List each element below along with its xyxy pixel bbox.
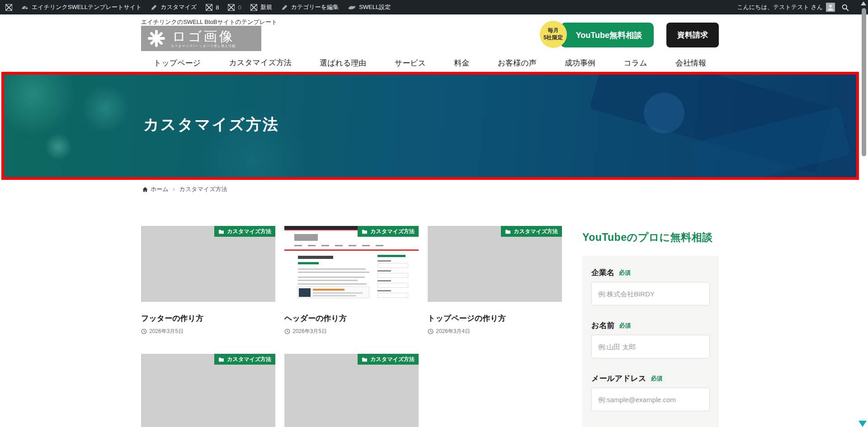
clock-icon <box>284 328 290 334</box>
bokeh-decoration <box>81 84 131 133</box>
banner-image: カスタマイズ方法 <box>4 75 856 177</box>
my-account-menu[interactable]: こんにちは、テストテスト さん <box>737 3 835 12</box>
breadcrumb-separator: › <box>173 186 175 192</box>
dashboard-gauge-icon <box>21 4 28 11</box>
plus-icon <box>250 4 257 11</box>
scrollbar-up-arrow[interactable] <box>861 1 866 5</box>
sidebar-form-heading: YouTubeのプロに無料相談 <box>582 230 719 244</box>
logo-note: カスタマイズ>ヘッダーで差し替え可能 <box>171 44 236 48</box>
required-badge: 必須 <box>619 269 631 277</box>
logo-asterisk-icon <box>147 29 165 47</box>
post-title: トップページの作り方 <box>428 313 562 324</box>
greeting-text: こんにちは、テストテスト さん <box>737 3 823 11</box>
machinery-decoration <box>644 93 684 133</box>
updates-menu[interactable]: 8 <box>206 4 219 11</box>
bokeh-decoration <box>45 133 72 160</box>
scroll-corner-arrow[interactable] <box>859 421 867 427</box>
nav-item-reasons[interactable]: 選ばれる理由 <box>318 54 368 72</box>
folder-icon <box>218 357 224 362</box>
edit-pencil-icon <box>281 4 288 11</box>
name-label: お名前 <box>591 320 614 331</box>
search-icon <box>841 4 849 11</box>
sidebar: YouTubeのプロに無料相談 企業名 必須 お名前 必須 メールアドレス <box>582 230 719 427</box>
category-badge[interactable]: カスタマイズ方法 <box>358 354 419 365</box>
post-date-text: 2026年3月5日 <box>292 328 327 335</box>
category-badge[interactable]: カスタマイズ方法 <box>214 226 275 237</box>
page-title: カスタマイズ方法 <box>143 114 279 135</box>
field-email: メールアドレス 必須 <box>591 373 710 411</box>
field-company: 企業名 必須 <box>591 267 710 305</box>
nav-item-customize[interactable]: カスタマイズ方法 <box>227 53 293 73</box>
page-title-banner[interactable]: カスタマイズ方法 <box>1 72 859 180</box>
post-card-row2-1[interactable]: カスタマイズ方法 <box>141 354 275 427</box>
breadcrumb: ホーム › カスタマイズ方法 <box>142 185 227 193</box>
wp-logo-menu[interactable] <box>5 4 12 11</box>
clock-icon <box>428 328 434 334</box>
bokeh-decoration <box>4 75 76 138</box>
post-card-row2-2[interactable]: カスタマイズ方法 <box>284 354 419 427</box>
scrollbar-thumb[interactable] <box>862 8 866 156</box>
required-badge: 必須 <box>651 375 662 383</box>
email-input[interactable] <box>591 388 710 411</box>
folder-icon <box>362 357 368 362</box>
badge-line1: 毎月 <box>548 27 559 34</box>
category-badge[interactable]: カスタマイズ方法 <box>214 354 275 365</box>
swell-settings-label: SWELL設定 <box>359 3 391 11</box>
post-thumbnail-placeholder: カスタマイズ方法 <box>141 354 275 427</box>
post-card-toppage-howto[interactable]: カスタマイズ方法 トップページの作り方 2026年3月4日 <box>428 226 562 335</box>
breadcrumb-current: カスタマイズ方法 <box>179 185 227 193</box>
field-name: お名前 必須 <box>591 320 710 358</box>
site-tagline: エイチリンクのSWELL BtoBサイトのテンプレート <box>141 18 277 26</box>
company-input[interactable] <box>591 282 710 305</box>
post-card-footer-howto[interactable]: カスタマイズ方法 フッターの作り方 2026年3月5日 <box>141 226 275 335</box>
folder-icon <box>505 229 511 234</box>
swell-settings-menu[interactable]: SWELL設定 <box>348 3 391 11</box>
post-list: カスタマイズ方法 フッターの作り方 2026年3月5日 <box>141 226 562 427</box>
new-content-menu[interactable]: 新規 <box>250 3 272 11</box>
document-request-button[interactable]: 資料請求 <box>666 23 719 47</box>
site-logo[interactable]: ロゴ画像 カスタマイズ>ヘッダーで差し替え可能 <box>141 26 261 51</box>
comments-count: 0 <box>238 4 241 11</box>
admin-search-button[interactable] <box>841 4 849 11</box>
category-badge[interactable]: カスタマイズ方法 <box>358 226 419 237</box>
monthly-limit-badge: 毎月 5社限定 <box>540 21 567 48</box>
youtube-consult-button[interactable]: YouTube無料相談 <box>561 23 654 47</box>
nav-item-pricing[interactable]: 料金 <box>452 54 471 72</box>
logo-text: ロゴ画像 <box>172 29 234 44</box>
consult-cta: 毎月 5社限定 YouTube無料相談 <box>561 23 654 47</box>
post-title: ヘッダーの作り方 <box>284 313 419 324</box>
category-label: カスタマイズ方法 <box>227 228 271 235</box>
breadcrumb-home-link[interactable]: ホーム <box>142 185 169 193</box>
updates-icon <box>206 4 212 11</box>
nav-item-voices[interactable]: お客様の声 <box>496 54 538 72</box>
comments-icon <box>228 4 235 11</box>
nav-item-cases[interactable]: 成功事例 <box>563 54 597 72</box>
comments-menu[interactable]: 0 <box>228 4 241 11</box>
category-label: カスタマイズ方法 <box>227 356 271 363</box>
post-card-header-howto[interactable]: カスタマイズ方法 ヘッダーの作り方 2026年3月5日 <box>284 226 419 335</box>
thumbnail-mini-site <box>284 226 419 302</box>
post-thumbnail-screenshot: カスタマイズ方法 <box>284 226 419 302</box>
nav-item-service[interactable]: サービス <box>393 54 428 72</box>
nav-item-column[interactable]: コラム <box>622 54 649 72</box>
category-label: カスタマイズ方法 <box>370 228 415 235</box>
breadcrumb-home-label: ホーム <box>151 185 169 193</box>
swell-whale-icon <box>348 5 356 10</box>
edit-category-menu[interactable]: カテゴリーを編集 <box>281 3 339 11</box>
site-name-label: エイチリンクSWELLテンプレートサイト <box>32 3 142 11</box>
nav-item-company[interactable]: 会社情報 <box>674 54 708 72</box>
folder-icon <box>218 229 224 234</box>
post-thumbnail-placeholder: カスタマイズ方法 <box>141 226 275 302</box>
global-nav: トップページ カスタマイズ方法 選ばれる理由 サービス 料金 お客様の声 成功事… <box>141 54 719 72</box>
wp-admin-bar: エイチリンクSWELLテンプレートサイト カスタマイズ 8 0 新規 <box>0 0 868 14</box>
name-input[interactable] <box>591 335 710 358</box>
post-thumbnail-placeholder: カスタマイズ方法 <box>284 354 419 427</box>
category-badge[interactable]: カスタマイズ方法 <box>501 226 562 237</box>
edit-category-label: カテゴリーを編集 <box>291 3 339 11</box>
customize-menu[interactable]: カスタマイズ <box>151 3 197 11</box>
category-label: カスタマイズ方法 <box>514 228 558 235</box>
updates-count: 8 <box>216 4 219 11</box>
post-date: 2026年3月5日 <box>141 328 275 335</box>
site-name-menu[interactable]: エイチリンクSWELLテンプレートサイト <box>21 3 142 11</box>
nav-item-top[interactable]: トップページ <box>152 54 203 72</box>
